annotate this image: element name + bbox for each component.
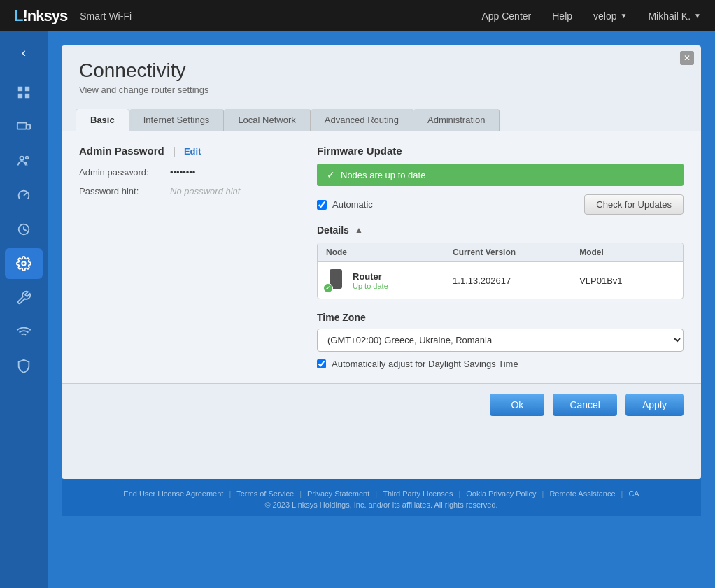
footer-eula[interactable]: End User License Agreement bbox=[123, 489, 223, 498]
velop-arrow-icon: ▼ bbox=[621, 12, 628, 20]
velop-dropdown[interactable]: velop ▼ bbox=[593, 10, 627, 22]
tools-icon bbox=[16, 290, 31, 306]
auto-adjust-row: Automatically adjust for Daylight Saving… bbox=[317, 359, 684, 369]
node-version: 1.1.13.202617 bbox=[453, 275, 579, 286]
tab-advanced-routing[interactable]: Advanced Routing bbox=[311, 109, 413, 131]
footer-remote[interactable]: Remote Assistance bbox=[549, 489, 615, 498]
admin-password-title: Admin Password | Edit bbox=[79, 145, 289, 157]
tab-administration[interactable]: Administration bbox=[413, 109, 500, 131]
sidebar-item-speed[interactable] bbox=[5, 180, 43, 210]
sidebar-item-tools[interactable] bbox=[5, 282, 43, 313]
page-footer: End User License Agreement | Terms of Se… bbox=[62, 479, 701, 516]
shield-icon bbox=[16, 359, 31, 374]
admin-password-section: Admin Password | Edit Admin password: ••… bbox=[79, 145, 289, 369]
firmware-details-table: Node Current Version Model ✓ bbox=[317, 243, 684, 299]
main-layout: ‹ bbox=[0, 31, 715, 588]
parental-icon bbox=[16, 153, 31, 168]
sidebar-item-history[interactable] bbox=[5, 214, 43, 245]
svg-point-7 bbox=[26, 157, 29, 159]
admin-password-label: Admin password: bbox=[79, 167, 170, 178]
history-icon bbox=[16, 222, 31, 237]
table-header-row: Node Current Version Model bbox=[318, 243, 683, 262]
table-row: ✓ Router Up to date 1.1.13.202617 VLP01B… bbox=[318, 262, 683, 299]
sidebar: ‹ bbox=[0, 31, 48, 588]
sidebar-item-parental[interactable] bbox=[5, 145, 43, 176]
top-nav-links: App Center Help velop ▼ Mikhail K. ▼ bbox=[481, 10, 701, 22]
tab-local-network[interactable]: Local Network bbox=[224, 109, 310, 131]
tab-basic[interactable]: Basic bbox=[76, 109, 129, 131]
help-link[interactable]: Help bbox=[552, 10, 572, 22]
svg-line-8 bbox=[24, 192, 27, 196]
top-navigation: L!nksys Smart Wi-Fi App Center Help velo… bbox=[0, 0, 715, 31]
sidebar-item-devices[interactable] bbox=[5, 111, 43, 142]
firmware-section: Firmware Update ✓ Nodes are up to date A… bbox=[317, 145, 684, 369]
auto-adjust-checkbox[interactable] bbox=[317, 359, 326, 368]
sidebar-item-settings[interactable] bbox=[5, 248, 43, 279]
svg-rect-0 bbox=[18, 87, 22, 91]
svg-rect-4 bbox=[17, 123, 27, 129]
timezone-title: Time Zone bbox=[317, 312, 684, 323]
footer-ca[interactable]: CA bbox=[628, 489, 639, 498]
password-hint-value: No password hint bbox=[170, 186, 240, 196]
checkmark-icon: ✓ bbox=[327, 169, 335, 180]
sidebar-item-dashboard[interactable] bbox=[5, 77, 43, 108]
connectivity-modal: ✕ Connectivity View and change router se… bbox=[62, 45, 701, 479]
password-hint-label: Password hint: bbox=[79, 186, 170, 196]
settings-icon bbox=[16, 256, 31, 271]
modal-close-button[interactable]: ✕ bbox=[680, 51, 694, 65]
automatic-checkbox[interactable] bbox=[317, 200, 327, 210]
wifi-icon bbox=[16, 324, 31, 340]
col-model: Model bbox=[579, 248, 674, 257]
tab-bar: Basic Internet Settings Local Network Ad… bbox=[62, 109, 701, 131]
timezone-select[interactable]: (GMT+02:00) Greece, Ukraine, Romania(GMT… bbox=[317, 329, 684, 352]
status-banner-text: Nodes are up to date bbox=[341, 170, 425, 180]
title-divider: | bbox=[173, 145, 176, 157]
firmware-title: Firmware Update bbox=[317, 145, 684, 157]
col-version: Current Version bbox=[453, 248, 579, 257]
user-dropdown[interactable]: Mikhail K. ▼ bbox=[648, 10, 701, 22]
ok-button[interactable]: Ok bbox=[490, 394, 544, 416]
app-center-link[interactable]: App Center bbox=[481, 10, 531, 22]
node-status-icon: ✓ bbox=[326, 269, 346, 292]
back-button[interactable]: ‹ bbox=[10, 38, 38, 66]
node-name: Router bbox=[353, 271, 388, 282]
node-check-icon: ✓ bbox=[323, 283, 333, 293]
edit-password-link[interactable]: Edit bbox=[184, 146, 201, 157]
footer-third-party[interactable]: Third Party Licenses bbox=[383, 489, 453, 498]
svg-point-6 bbox=[20, 157, 24, 161]
node-cell: ✓ Router Up to date bbox=[326, 269, 453, 292]
node-model: VLP01Bv1 bbox=[579, 275, 674, 286]
footer-privacy[interactable]: Privacy Statement bbox=[307, 489, 369, 498]
details-arrow-icon: ▲ bbox=[355, 225, 363, 235]
modal-header: Connectivity View and change router sett… bbox=[62, 45, 701, 102]
tab-internet-settings[interactable]: Internet Settings bbox=[129, 109, 225, 131]
app-name-label: Smart Wi-Fi bbox=[80, 10, 132, 22]
svg-point-10 bbox=[22, 261, 26, 266]
modal-title: Connectivity bbox=[79, 59, 684, 82]
sidebar-item-wifi[interactable] bbox=[5, 317, 43, 347]
node-info: Router Up to date bbox=[353, 271, 388, 290]
footer-tos[interactable]: Terms of Service bbox=[236, 489, 294, 498]
check-updates-button[interactable]: Check for Updates bbox=[584, 194, 684, 215]
admin-password-field: Admin password: •••••••• bbox=[79, 167, 289, 178]
modal-footer: Ok Cancel Apply bbox=[62, 383, 701, 426]
automatic-label: Automatic bbox=[317, 199, 373, 210]
footer-links: End User License Agreement | Terms of Se… bbox=[76, 489, 687, 498]
cancel-button[interactable]: Cancel bbox=[553, 394, 617, 416]
svg-rect-5 bbox=[27, 124, 30, 129]
footer-copyright: © 2023 Linksys Holdings, Inc. and/or its… bbox=[76, 501, 687, 509]
col-node: Node bbox=[326, 248, 453, 257]
footer-ookla[interactable]: Ookla Privacy Policy bbox=[466, 489, 536, 498]
svg-rect-1 bbox=[25, 87, 29, 91]
node-status-text: Up to date bbox=[353, 282, 388, 290]
details-label: Details bbox=[317, 224, 349, 236]
sidebar-item-shield[interactable] bbox=[5, 351, 43, 382]
user-arrow-icon: ▼ bbox=[694, 12, 701, 20]
modal-subtitle: View and change router settings bbox=[79, 85, 684, 95]
details-header[interactable]: Details ▲ bbox=[317, 224, 684, 236]
auto-adjust-label: Automatically adjust for Daylight Saving… bbox=[332, 359, 518, 369]
firmware-status-banner: ✓ Nodes are up to date bbox=[317, 164, 684, 186]
apply-button[interactable]: Apply bbox=[625, 394, 684, 416]
devices-icon bbox=[16, 119, 31, 134]
svg-rect-3 bbox=[25, 94, 29, 98]
